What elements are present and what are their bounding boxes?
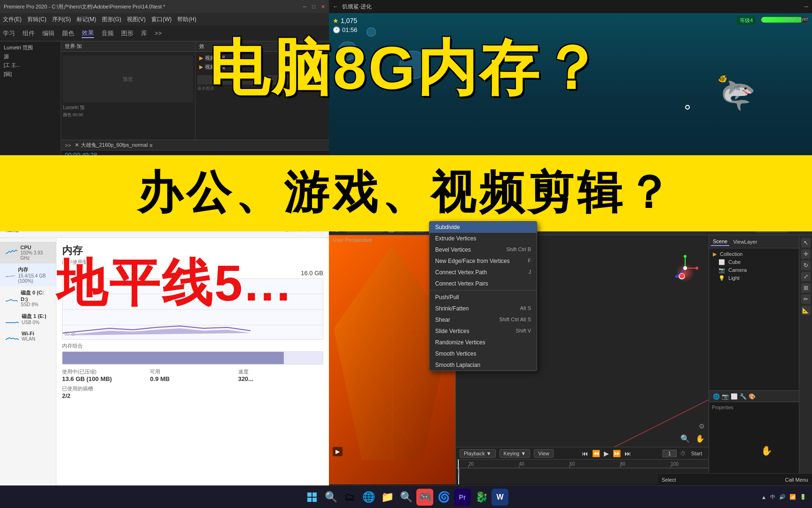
ctx-slide-vertices[interactable]: Slide Vertices Shift V <box>429 325 537 337</box>
keying-menu-btn[interactable]: Keying ▼ <box>500 449 531 458</box>
prop-icon-material[interactable]: 🎨 <box>749 393 756 400</box>
play-animation-btn[interactable]: ▶ <box>604 450 609 457</box>
frame-input-row: 1 ⏱ Start <box>660 450 705 457</box>
tab-learn[interactable]: 学习 <box>3 29 15 38</box>
menu-edit[interactable]: 剪辑(C) <box>27 16 47 24</box>
premiere-taskbar-btn[interactable]: Pr <box>454 489 471 506</box>
prop-icon-scene[interactable]: 🌐 <box>713 393 720 400</box>
ctx-bevel-vertices[interactable]: Bevel Vertices Shift Ctrl B <box>429 244 537 255</box>
sidebar-disk1[interactable]: 磁盘 1 (E:) USB 0% <box>0 310 56 328</box>
menu-help[interactable]: 帮助(H) <box>177 16 196 24</box>
tab-effects[interactable]: 效果 <box>82 29 94 38</box>
menu-sequence[interactable]: 序列(S) <box>52 16 71 24</box>
minimize-btn[interactable]: ─ <box>303 4 307 10</box>
back-icon[interactable]: ← <box>333 3 338 10</box>
tab-color[interactable]: 颜色 <box>62 29 74 38</box>
edit-item[interactable]: [辑] <box>2 70 59 79</box>
ctx-subdivide[interactable]: Subdivide <box>429 222 537 233</box>
game-minimize[interactable]: ─ <box>804 3 808 10</box>
ctx-smooth[interactable]: Smooth Vertices <box>429 348 537 359</box>
taskbar-volume[interactable]: 🔊 <box>779 494 786 500</box>
svg-rect-35 <box>312 492 317 497</box>
tab-components[interactable]: 组件 <box>23 29 35 38</box>
menu-file[interactable]: 文件(E) <box>3 16 22 24</box>
toolbar-scale-icon[interactable]: ⤢ <box>801 272 811 281</box>
viewport-play-btn[interactable]: ▶ <box>333 447 343 456</box>
sidebar-cpu[interactable]: CPU 100% 3.93 GHz <box>0 242 56 263</box>
search-icon-btn[interactable]: 🔍 <box>398 489 414 506</box>
prop-icon-object[interactable]: ⬜ <box>731 393 738 400</box>
search-btn[interactable]: 🔍 <box>322 489 339 506</box>
effect-controls-item[interactable]: [工 王... <box>2 61 59 70</box>
source-item[interactable]: 源 <box>2 52 59 61</box>
taskbar-network[interactable]: 📶 <box>789 494 796 500</box>
select-btn[interactable]: Select <box>662 477 676 483</box>
taskbar-battery[interactable]: 🔋 <box>800 494 806 500</box>
prop-icon-modifier[interactable]: 🔧 <box>740 393 747 400</box>
next-keyframe-btn[interactable]: ⏩ <box>613 450 621 457</box>
ctx-extrude-vertices[interactable]: Extrude Vertices <box>429 233 537 244</box>
sidebar-memory[interactable]: 内存 15.4/15.4 GB (100%) <box>0 263 56 286</box>
settings-btn[interactable]: ⚙ <box>699 422 705 430</box>
zoom-btn[interactable]: 🔍 <box>680 434 690 443</box>
scene-tab[interactable]: Scene <box>711 238 729 246</box>
taskbar-up-arrow[interactable]: ▲ <box>761 494 766 500</box>
ctx-connect-pairs[interactable]: Connect Vertex Pairs <box>429 278 537 289</box>
tab-edit[interactable]: 编辑 <box>42 29 55 38</box>
ctx-smooth-laplacian[interactable]: Smooth Laplacian <box>429 359 537 371</box>
file-explorer-btn[interactable]: 🗂 <box>341 489 358 506</box>
ctx-new-edge[interactable]: New Edge/Face from Vertices F <box>429 255 537 267</box>
start-menu-btn[interactable] <box>304 489 320 506</box>
lumetri-scope-item[interactable]: Lumetri 范围 <box>2 43 59 52</box>
sidebar-disk0[interactable]: 磁盘 0 (C: D:) SSD 8% <box>0 286 56 310</box>
edge-browser-btn[interactable]: 🌐 <box>360 489 377 506</box>
tab-more[interactable]: >> <box>155 30 162 37</box>
tab-graphics[interactable]: 图形 <box>121 29 133 38</box>
ctx-shrink-fatten[interactable]: Shrink/Fatten Alt S <box>429 303 537 314</box>
prev-keyframe-btn[interactable]: ⏪ <box>592 450 600 457</box>
toolbar-rotate-icon[interactable]: ↻ <box>801 261 811 270</box>
ctx-randomize[interactable]: Randomize Vertices <box>429 337 537 348</box>
ctx-connect-path[interactable]: Connect Vertex Path J <box>429 267 537 278</box>
game-icon-btn[interactable]: 🎮 <box>416 489 433 506</box>
video-effects-folder[interactable]: ▶ 视频效果 <box>197 54 328 63</box>
pan-btn[interactable]: ✋ <box>695 434 705 443</box>
menu-graphics[interactable]: 图形(G) <box>102 16 121 24</box>
ctx-bevel-label: Bevel Vertices <box>435 246 471 253</box>
timeline-expand-icon[interactable]: >> <box>65 143 71 148</box>
effects-tab[interactable]: 效 <box>195 41 329 52</box>
tab-audio[interactable]: 音频 <box>102 29 114 38</box>
close-btn[interactable]: ✕ <box>321 4 325 10</box>
ctx-push-pull[interactable]: Push/Pull <box>429 292 537 303</box>
word-btn[interactable]: W <box>492 489 508 506</box>
menu-window[interactable]: 窗口(W) <box>151 16 172 24</box>
ctx-shear-shortcut: Shift Ctrl Alt S <box>499 317 531 323</box>
toolbar-measure-icon[interactable]: 📐 <box>801 306 811 315</box>
sidebar-wifi[interactable]: Wi-Fi WLAN <box>0 328 56 344</box>
ctx-slide-shortcut: Shift V <box>516 328 531 334</box>
toolbar-cursor-icon[interactable]: ↖ <box>801 238 811 247</box>
ctx-shear[interactable]: Shear Shift Ctrl Alt S <box>429 314 537 325</box>
call-menu-btn[interactable]: Call Menu <box>785 477 808 483</box>
playback-menu-btn[interactable]: Playback ▼ <box>460 449 496 458</box>
prop-icon-render[interactable]: 📷 <box>722 393 729 400</box>
timeline-close[interactable]: ✕ <box>75 142 79 148</box>
jump-start-btn[interactable]: ⏮ <box>582 450 588 457</box>
dragon-btn[interactable]: 🐉 <box>473 489 490 506</box>
video-transition-folder[interactable]: ▶ 视频过渡 <box>197 63 328 71</box>
view-menu-btn[interactable]: View <box>534 449 554 458</box>
toolbar-annotate-icon[interactable]: ✏ <box>801 294 811 304</box>
menu-view[interactable]: 视图(V) <box>127 16 146 24</box>
maximize-btn[interactable]: □ <box>312 4 315 10</box>
toolbar-move-icon[interactable]: ✛ <box>801 249 811 259</box>
view-layer-tab[interactable]: ViewLayer <box>731 238 759 246</box>
menu-marker[interactable]: 标记(M) <box>77 16 96 24</box>
tab-library[interactable]: 库 <box>141 29 147 38</box>
preview-tab[interactable]: 世界·加 <box>61 41 195 52</box>
blender-taskbar-btn[interactable]: 🌀 <box>435 489 452 506</box>
toolbar-transform-icon[interactable]: ⊞ <box>801 283 811 293</box>
score-value: 1,075 <box>341 17 357 24</box>
jump-end-btn[interactable]: ⏭ <box>625 450 631 457</box>
folder-btn[interactable]: 📁 <box>379 489 396 506</box>
taskbar-lang[interactable]: 中 <box>770 493 775 500</box>
